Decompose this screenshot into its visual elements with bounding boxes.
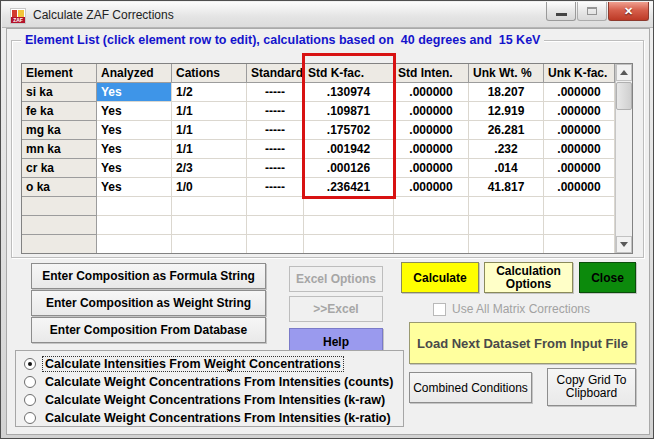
grid-cell[interactable]: mn ka — [22, 140, 97, 159]
grid-cell[interactable] — [172, 216, 247, 235]
grid-cell[interactable] — [394, 235, 469, 254]
grid-cell[interactable]: .014 — [469, 159, 544, 178]
grid-cell[interactable]: 18.207 — [469, 83, 544, 102]
grid-cell[interactable]: Yes — [97, 140, 172, 159]
grid-cell[interactable]: ----- — [247, 102, 304, 121]
grid-cell[interactable]: ----- — [247, 178, 304, 197]
grid-cell[interactable]: Yes — [97, 178, 172, 197]
grid-cell[interactable]: .000000 — [394, 83, 469, 102]
radio-option-0[interactable]: Calculate Intensities From Weight Concen… — [24, 355, 343, 373]
grid-cell[interactable]: .232 — [469, 140, 544, 159]
grid-cell[interactable]: 12.919 — [469, 102, 544, 121]
combined-conditions-button[interactable]: Combined Conditions — [409, 372, 532, 403]
grid-cell[interactable] — [247, 216, 304, 235]
grid-cell[interactable]: .000000 — [394, 140, 469, 159]
grid-cell[interactable]: Yes — [97, 83, 172, 102]
close-button[interactable]: Close — [579, 262, 636, 293]
grid-cell[interactable]: 26.281 — [469, 121, 544, 140]
enter-weight-string-button[interactable]: Enter Composition as Weight String — [31, 290, 266, 316]
grid-cell[interactable]: ----- — [247, 140, 304, 159]
copy-grid-clipboard-button[interactable]: Copy Grid ToClipboard — [547, 368, 636, 406]
grid-cell[interactable]: ----- — [247, 121, 304, 140]
grid-cell[interactable] — [97, 197, 172, 216]
scroll-down-button[interactable] — [616, 236, 632, 253]
grid-header-cell: Element — [22, 64, 97, 83]
calculation-options-button[interactable]: CalculationOptions — [484, 262, 573, 293]
grid-header-cell: Analyzed — [97, 64, 172, 83]
grid-cell[interactable] — [172, 197, 247, 216]
radio-option-3[interactable]: Calculate Weight Concentrations From Int… — [24, 409, 393, 427]
radio-option-2[interactable]: Calculate Weight Concentrations From Int… — [24, 391, 387, 409]
grid-cell[interactable] — [544, 197, 615, 216]
radio-option-1[interactable]: Calculate Weight Concentrations From Int… — [24, 373, 395, 391]
grid-cell[interactable]: mg ka — [22, 121, 97, 140]
grid-cell[interactable]: 1/2 — [172, 83, 247, 102]
grid-cell[interactable]: cr ka — [22, 159, 97, 178]
enter-formula-string-button[interactable]: Enter Composition as Formula String — [31, 263, 266, 289]
radio-button-icon[interactable] — [24, 412, 36, 424]
radio-button-icon[interactable] — [24, 394, 36, 406]
minimize-button[interactable] — [546, 2, 576, 21]
grid-cell[interactable]: si ka — [22, 83, 97, 102]
grid-cell[interactable]: .000000 — [544, 102, 615, 121]
grid-cell[interactable] — [544, 235, 615, 254]
grid-cell[interactable]: Yes — [97, 121, 172, 140]
grid-cell[interactable]: 1/1 — [172, 140, 247, 159]
grid-cell[interactable] — [394, 197, 469, 216]
grid-cell[interactable]: 1/0 — [172, 178, 247, 197]
grid-cell[interactable]: Yes — [97, 159, 172, 178]
grid-cell[interactable]: .000000 — [394, 102, 469, 121]
grid-cell[interactable] — [469, 235, 544, 254]
grid-cell[interactable] — [469, 197, 544, 216]
grid-cell[interactable] — [22, 197, 97, 216]
grid-cell[interactable]: ----- — [247, 83, 304, 102]
grid-cell[interactable] — [304, 235, 394, 254]
grid-cell[interactable]: .000000 — [544, 178, 615, 197]
use-all-matrix-label: Use All Matrix Corrections — [452, 302, 590, 316]
close-window-button[interactable]: ✕ — [608, 2, 649, 21]
radio-button-icon[interactable] — [24, 358, 36, 370]
grid-cell[interactable] — [22, 216, 97, 235]
grid-cell[interactable]: 1/1 — [172, 102, 247, 121]
grid-cell[interactable]: 41.817 — [469, 178, 544, 197]
grid-cell[interactable] — [247, 235, 304, 254]
load-next-dataset-button[interactable]: Load Next Dataset From Input File — [409, 322, 636, 364]
grid-cell[interactable]: 2/3 — [172, 159, 247, 178]
grid-cell[interactable] — [469, 216, 544, 235]
table-row[interactable] — [22, 216, 632, 235]
calculate-button[interactable]: Calculate — [401, 262, 479, 293]
grid-cell[interactable] — [394, 216, 469, 235]
table-row[interactable] — [22, 197, 632, 216]
grid-cell[interactable] — [304, 197, 394, 216]
grid-header-cell: Standard — [247, 64, 304, 83]
grid-cell[interactable]: fe ka — [22, 102, 97, 121]
grid-cell[interactable]: .000000 — [394, 178, 469, 197]
grid-cell[interactable]: .000000 — [394, 121, 469, 140]
grid-cell[interactable]: 1/1 — [172, 121, 247, 140]
grid-cell[interactable]: .000000 — [394, 159, 469, 178]
grid-cell[interactable]: .000000 — [544, 121, 615, 140]
grid-cell[interactable]: .000000 — [544, 159, 615, 178]
grid-scrollbar[interactable] — [615, 64, 632, 253]
grid-cell[interactable] — [544, 216, 615, 235]
grid-cell[interactable] — [97, 235, 172, 254]
maximize-button[interactable] — [577, 2, 607, 21]
table-row[interactable] — [22, 235, 632, 254]
grid-cell[interactable] — [247, 197, 304, 216]
excel-options-button: Excel Options — [289, 266, 383, 292]
scroll-up-button[interactable] — [616, 64, 632, 81]
radio-button-icon[interactable] — [24, 376, 36, 388]
grid-cell[interactable]: Yes — [97, 102, 172, 121]
grid-cell[interactable]: .000000 — [544, 140, 615, 159]
grid-cell[interactable] — [304, 216, 394, 235]
grid-cell[interactable] — [172, 235, 247, 254]
grid-header-cell: Cations — [172, 64, 247, 83]
grid-cell[interactable] — [97, 216, 172, 235]
grid-cell[interactable]: .000000 — [544, 83, 615, 102]
grid-cell[interactable]: o ka — [22, 178, 97, 197]
scrollbar-thumb[interactable] — [616, 82, 632, 110]
zaf-corrections-window: ZAF Calculate ZAF Corrections ✕ Element … — [0, 0, 654, 439]
grid-cell[interactable] — [22, 235, 97, 254]
grid-cell[interactable]: ----- — [247, 159, 304, 178]
enter-from-database-button[interactable]: Enter Composition From Database — [31, 317, 266, 343]
